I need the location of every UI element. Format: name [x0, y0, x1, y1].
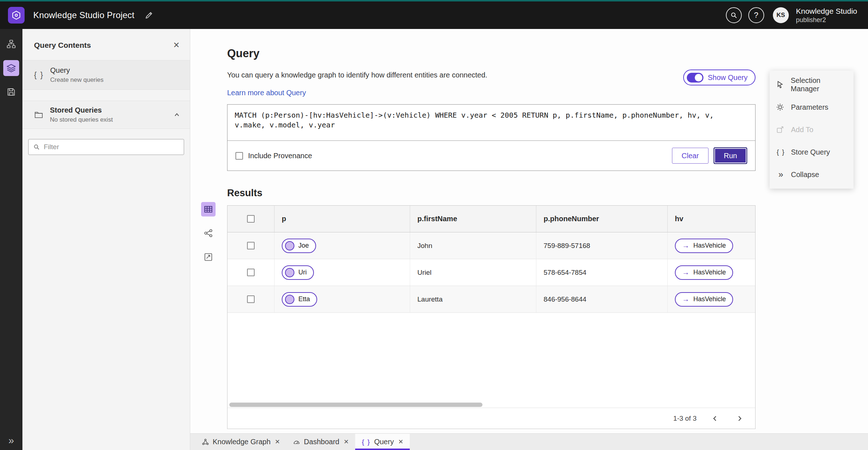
table-pagination: 1-3 of 3: [227, 408, 755, 429]
include-provenance-checkbox[interactable]: [235, 152, 243, 160]
store-query-item[interactable]: { } Store Query: [770, 141, 854, 163]
stored-queries-title: Stored Queries: [50, 106, 113, 114]
results-title: Results: [227, 188, 868, 199]
help-button[interactable]: ?: [748, 7, 764, 23]
column-header-p[interactable]: p: [275, 206, 410, 232]
search-button[interactable]: [726, 7, 742, 23]
learn-more-link[interactable]: Learn more about Query: [227, 89, 306, 97]
cell-phonenumber: 759-889-57168: [536, 232, 668, 259]
stored-queries-section[interactable]: Stored Queries No stored queries exist: [22, 101, 190, 129]
select-all-checkbox[interactable]: [247, 215, 255, 223]
question-icon: ?: [754, 10, 758, 20]
braces-icon: { }: [34, 70, 44, 80]
include-provenance-label: Include Provenance: [248, 152, 312, 160]
node-label: Joe: [298, 242, 309, 249]
parameters-label: Parameters: [791, 103, 828, 112]
tab-query[interactable]: { } Query ✕: [355, 434, 410, 450]
tab-knowledge-graph[interactable]: Knowledge Graph ✕: [195, 434, 286, 450]
collapse-item[interactable]: » Collapse: [770, 163, 854, 186]
node-icon: [285, 268, 294, 277]
edge-pill[interactable]: → HasVehicle: [675, 292, 733, 307]
cell-phonenumber: 578-654-7854: [536, 259, 668, 286]
panel-header: Query Contents ✕: [22, 29, 190, 60]
column-header-firstname[interactable]: p.firstName: [410, 206, 536, 232]
table-row[interactable]: Joe John 759-889-57168 → HasVehicle: [227, 232, 755, 259]
page-title: Query: [227, 47, 868, 60]
top-bar: Knowledge Studio Project ? KS Knowledge …: [0, 1, 868, 29]
add-to-icon: [776, 126, 786, 134]
query-item-title: Query: [50, 66, 103, 75]
main-content: Query You can query a knowledge graph to…: [190, 29, 868, 450]
table-row[interactable]: Uri Uriel 578-654-7854 → HasVehicle: [227, 259, 755, 286]
store-query-label: Store Query: [791, 148, 830, 156]
run-button[interactable]: Run: [714, 147, 747, 164]
dashboard-icon: [293, 438, 300, 446]
row-checkbox[interactable]: [247, 269, 255, 276]
filter-input[interactable]: [44, 143, 179, 151]
node-pill[interactable]: Uri: [282, 265, 314, 280]
chart-view-icon[interactable]: [201, 250, 216, 264]
project-title: Knowledge Studio Project: [33, 10, 135, 20]
close-tab-icon[interactable]: ✕: [398, 438, 403, 446]
node-pill[interactable]: Joe: [282, 239, 316, 253]
show-query-toggle[interactable]: Show Query: [683, 70, 756, 85]
scrollbar-thumb[interactable]: [229, 403, 482, 407]
edge-pill[interactable]: → HasVehicle: [675, 239, 733, 253]
bottom-tab-bar: Knowledge Graph ✕ Dashboard ✕ { } Query …: [190, 433, 868, 450]
tab-label: Dashboard: [304, 438, 339, 446]
stored-queries-subtitle: No stored queries exist: [50, 116, 113, 123]
cell-firstname: John: [410, 232, 536, 259]
user-block[interactable]: Knowledge Studio publisher2: [796, 7, 857, 24]
close-tab-icon[interactable]: ✕: [344, 438, 349, 446]
previous-page-icon[interactable]: [709, 412, 721, 425]
query-tools-panel: Selection Manager Parameters: [770, 71, 854, 189]
knowledge-graph-icon: [202, 438, 209, 446]
edge-label: HasVehicle: [693, 269, 726, 276]
hierarchy-icon[interactable]: [3, 36, 19, 52]
pagination-range: 1-3 of 3: [673, 415, 697, 422]
selection-manager-item[interactable]: Selection Manager: [770, 73, 854, 96]
parameters-item[interactable]: Parameters: [770, 96, 854, 118]
save-icon[interactable]: [3, 84, 19, 100]
user-avatar[interactable]: KS: [773, 7, 789, 23]
cell-phonenumber: 846-956-8644: [536, 286, 668, 312]
query-editor-container: MATCH (p:Person)-[hv:HasVehicle]->(v:Veh…: [227, 104, 756, 171]
toggle-switch-on[interactable]: [687, 73, 703, 83]
close-panel-icon[interactable]: ✕: [173, 41, 180, 50]
clear-button[interactable]: Clear: [672, 148, 709, 164]
show-query-label: Show Query: [708, 73, 748, 82]
column-header-phonenumber[interactable]: p.phoneNumber: [536, 206, 668, 232]
collapse-label: Collapse: [791, 171, 819, 179]
row-checkbox[interactable]: [247, 242, 255, 249]
horizontal-scrollbar[interactable]: [228, 402, 754, 408]
app-logo-icon[interactable]: [8, 7, 25, 24]
row-checkbox[interactable]: [247, 295, 255, 303]
layers-icon[interactable]: [3, 60, 19, 76]
table-row[interactable]: Etta Lauretta 846-956-8644 → HasVehicle: [227, 286, 755, 313]
chevrons-right-icon: »: [776, 170, 786, 179]
app-body: » Query Contents ✕ { } Query Create new …: [0, 29, 868, 450]
node-pill[interactable]: Etta: [282, 292, 317, 307]
braces-icon: { }: [362, 438, 370, 446]
filter-field[interactable]: [28, 139, 184, 155]
next-page-icon[interactable]: [733, 412, 746, 425]
query-actions-row: Include Provenance Clear Run: [227, 141, 755, 171]
selection-manager-label: Selection Manager: [791, 76, 849, 93]
table-view-icon[interactable]: [201, 202, 216, 216]
app-window: Knowledge Studio Project ? KS Knowledge …: [0, 0, 868, 450]
expand-rail-icon[interactable]: »: [0, 435, 22, 446]
query-description: You can query a knowledge graph to ident…: [227, 71, 756, 79]
tab-dashboard[interactable]: Dashboard ✕: [286, 434, 355, 450]
query-editor[interactable]: MATCH (p:Person)-[hv:HasVehicle]->(v:Veh…: [227, 105, 755, 141]
column-header-hv[interactable]: hv: [668, 206, 755, 232]
chevron-up-icon[interactable]: [173, 111, 180, 118]
edit-title-icon[interactable]: [145, 11, 153, 20]
cell-firstname: Uriel: [410, 259, 536, 286]
add-to-item: Add To: [770, 118, 854, 141]
arrow-right-icon: →: [682, 241, 689, 250]
graph-view-icon[interactable]: [201, 226, 216, 240]
sidebar-item-query[interactable]: { } Query Create new queries: [22, 60, 190, 90]
close-tab-icon[interactable]: ✕: [275, 438, 280, 446]
folder-icon: [34, 110, 43, 119]
edge-pill[interactable]: → HasVehicle: [675, 265, 733, 280]
